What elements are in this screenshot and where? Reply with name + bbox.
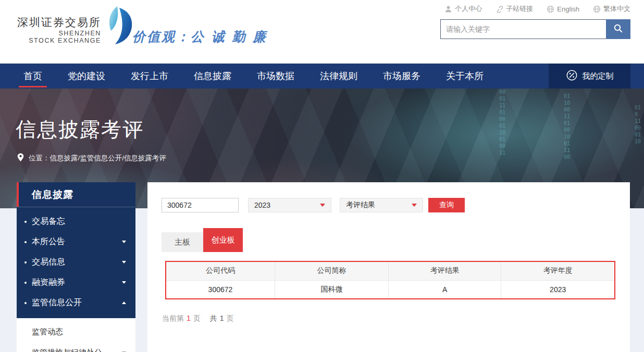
subsite-links-label: 子站链接: [506, 4, 533, 14]
chevron-down-icon: [122, 241, 126, 243]
nav-item-disclosure[interactable]: 信息披露: [194, 64, 231, 89]
english-label: English: [557, 5, 579, 13]
pagination-page-word: 页: [193, 314, 201, 322]
sidebar-subitem-regulatory-measures[interactable]: 监管措施与纪律处分: [17, 342, 135, 352]
nav-item-market-services[interactable]: 市场服务: [383, 64, 420, 89]
binary-decoration: 01 0 11 00 01 10: [635, 104, 641, 145]
bullet-icon: [24, 221, 27, 223]
bullet-icon: [24, 302, 27, 304]
board-tabs: 主板 创业板: [162, 228, 615, 252]
search-icon: [613, 23, 623, 35]
subsite-links-link[interactable]: 子站链接: [496, 4, 533, 14]
site-search-button[interactable]: [606, 19, 630, 39]
cell-evaluation-result: A: [389, 280, 501, 299]
english-link[interactable]: English: [547, 5, 579, 13]
main-panel: 2023 考评结果 查询 主板 创业板 公司代码 公司简称 考: [147, 182, 630, 352]
sidebar-item-label: 交易信息: [32, 257, 65, 268]
nav-item-about[interactable]: 关于本所: [446, 64, 484, 89]
sidebar-header: 信息披露: [17, 182, 135, 207]
table-header-row: 公司代码 公司简称 考评结果 考评年度: [166, 261, 615, 280]
szse-logo[interactable]: 深圳证券交易所 SHENZHEN STOCK EXCHANGE: [17, 12, 133, 47]
nav-item-listing[interactable]: 发行上市: [131, 64, 168, 89]
chevron-down-icon: [122, 261, 126, 263]
nav-item-home[interactable]: 首页: [23, 64, 42, 89]
tab-chinext[interactable]: 创业板: [203, 228, 243, 252]
site-search: [412, 19, 630, 39]
breadcrumb-text: 位置：信息披露/监管信息公开/信息披露考评: [29, 154, 166, 163]
year-select-value: 2023: [254, 201, 270, 209]
sidebar-item-margin-trading[interactable]: 融资融券: [17, 272, 135, 293]
sidebar-title: 信息披露: [32, 188, 73, 202]
sidebar-submenu: 监管动态 监管措施与纪律处分: [17, 318, 135, 352]
logo-chinese-name: 深圳证券交易所: [17, 15, 101, 30]
sidebar-item-label: 交易备忘: [32, 216, 65, 227]
tab-main-board[interactable]: 主板: [162, 232, 203, 252]
cell-company-code: 300672: [166, 280, 275, 299]
cell-evaluation-year: 2023: [501, 280, 615, 299]
sidebar-item-label: 融资融券: [32, 277, 65, 288]
values-slogan: 价值观：公 诚 勤 廉: [132, 28, 267, 45]
customize-pen-icon: [566, 69, 578, 83]
traditional-chinese-label: 繁体中文: [603, 4, 630, 14]
globe-icon: [593, 5, 601, 13]
bullet-icon: [24, 241, 27, 243]
sidebar: 信息披露 交易备忘 本所公告 交易信息: [17, 182, 135, 352]
pagination-current-page: 1: [187, 314, 191, 322]
pagination-total-pages: 1: [220, 314, 224, 322]
my-customization-button[interactable]: 我的定制: [549, 64, 630, 89]
sidebar-item-trading-info[interactable]: 交易信息: [17, 252, 135, 272]
column-header-evaluation-result: 考评结果: [389, 261, 501, 280]
top-header: 深圳证券交易所 SHENZHEN STOCK EXCHANGE: [0, 0, 644, 64]
table-row: 300672 国科微 A 2023: [166, 280, 615, 299]
personal-center-label: 个人中心: [455, 4, 482, 14]
sidebar-subitem-regulatory-news[interactable]: 监管动态: [17, 321, 135, 342]
binary-decoration: 01 10 00 11 01 00 10 01 11 00: [564, 93, 570, 160]
breadcrumb: 位置：信息披露/监管信息公开/信息披露考评: [17, 153, 166, 164]
cell-company-name: 国科微: [275, 280, 388, 299]
sidebar-item-regulatory-disclosure[interactable]: 监管信息公开: [17, 293, 135, 313]
sidebar-item-label: 监管信息公开: [32, 297, 82, 308]
bullet-icon: [24, 261, 27, 263]
chevron-up-icon: [122, 301, 126, 304]
nav-item-party-building[interactable]: 党的建设: [68, 64, 105, 89]
content-area: 信息披露 交易备忘 本所公告 交易信息: [17, 182, 630, 352]
sidebar-subitem-label: 监管措施与纪律处分: [32, 348, 102, 352]
traditional-chinese-link[interactable]: 繁体中文: [593, 4, 630, 14]
column-header-company-code: 公司代码: [166, 261, 275, 280]
site-search-input[interactable]: [440, 19, 606, 39]
logo-english-name: SHENZHEN STOCK EXCHANGE: [29, 30, 101, 45]
year-select[interactable]: 2023: [248, 198, 331, 212]
nav-item-rules[interactable]: 法律规则: [320, 64, 357, 89]
sidebar-item-trading-memo[interactable]: 交易备忘: [17, 211, 135, 232]
personal-center-link[interactable]: 个人中心: [444, 4, 482, 14]
my-customization-label: 我的定制: [583, 71, 614, 81]
nav-items: 首页 党的建设 发行上市 信息披露 市场数据 法律规则 市场服务 关于本所: [0, 64, 644, 89]
user-icon: [444, 5, 452, 13]
nav-item-market-data[interactable]: 市场数据: [257, 64, 294, 89]
szse-logo-mark-icon: [106, 5, 133, 47]
company-code-input[interactable]: [162, 198, 239, 212]
chevron-down-icon: [122, 281, 126, 284]
query-button[interactable]: 查询: [428, 198, 465, 212]
page-title: 信息披露考评: [16, 116, 144, 144]
binary-decoration: 00 01 11 01 00 01 10 01 00 11: [499, 89, 505, 156]
result-select[interactable]: 考评结果: [340, 198, 423, 212]
filter-form: 2023 考评结果 查询: [162, 198, 615, 212]
main-navigation: 首页 党的建设 发行上市 信息披露 市场数据 法律规则 市场服务 关于本所 我的…: [0, 64, 644, 89]
sidebar-item-exchange-notices[interactable]: 本所公告: [17, 232, 135, 252]
sidebar-subitem-label: 监管动态: [32, 327, 63, 337]
utility-links: 个人中心 子站链接 English: [412, 4, 630, 14]
evaluation-result-table: 公司代码 公司简称 考评结果 考评年度 300672 国科微 A 2023: [165, 261, 615, 299]
top-right-area: 个人中心 子站链接 English: [412, 4, 630, 39]
chevron-down-icon: [320, 204, 325, 207]
pagination-total-word: 页: [227, 314, 234, 322]
column-header-company-name: 公司简称: [275, 261, 388, 280]
globe-icon: [547, 5, 554, 13]
pagination: 当前第1页共1页: [162, 314, 615, 323]
szse-page: 深圳证券交易所 SHENZHEN STOCK EXCHANGE: [0, 0, 644, 352]
pagination-total-prefix: 共: [210, 314, 217, 322]
sidebar-item-label: 本所公告: [32, 236, 65, 247]
link-icon: [496, 5, 503, 13]
bullet-icon: [24, 282, 27, 284]
logo-text: 深圳证券交易所 SHENZHEN STOCK EXCHANGE: [17, 15, 101, 45]
